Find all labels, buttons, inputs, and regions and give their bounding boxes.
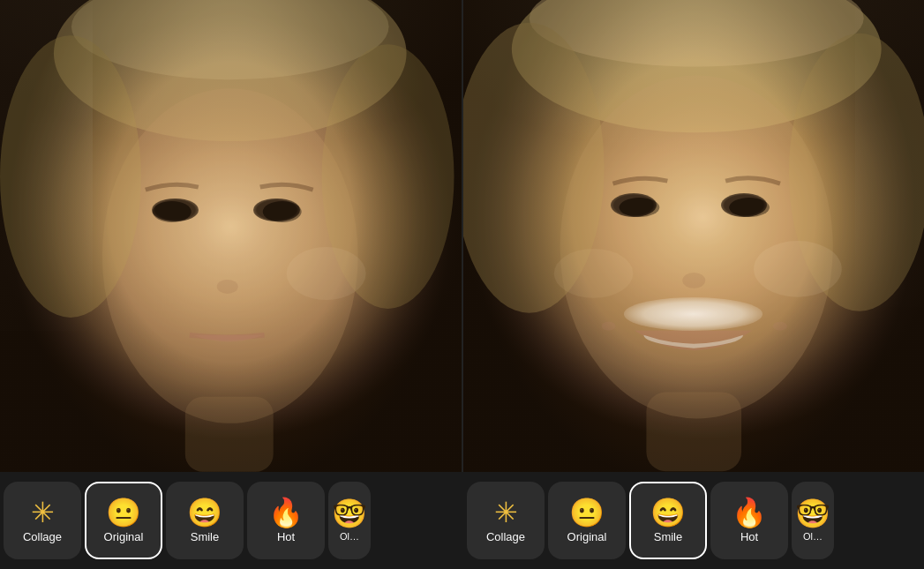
svg-point-17 xyxy=(729,198,770,217)
svg-point-9 xyxy=(287,247,366,300)
hot-right-button[interactable]: 🔥 Hot xyxy=(710,482,788,559)
smile-left-icon: 😄 xyxy=(187,498,222,527)
toolbar-right-section: ✳ Collage 😐 Original 😄 Smile 🔥 Hot 🤓 Ol… xyxy=(463,472,924,569)
toolbar-left-section: ✳ Collage 😐 Original 😄 Smile 🔥 Hot 🤓 Ol… xyxy=(0,472,461,569)
hot-left-icon: 🔥 xyxy=(268,498,304,527)
svg-point-22 xyxy=(553,249,633,298)
old-left-icon: 🤓 xyxy=(332,499,367,528)
svg-point-19 xyxy=(601,322,615,331)
svg-point-7 xyxy=(263,201,302,222)
old-left-button[interactable]: 🤓 Ol… xyxy=(328,482,371,559)
collage-right-button[interactable]: ✳ Collage xyxy=(467,482,545,559)
smile-right-button[interactable]: 😄 Smile xyxy=(629,482,707,559)
smile-left-label: Smile xyxy=(191,530,220,543)
old-right-button[interactable]: 🤓 Ol… xyxy=(792,482,834,559)
left-image-panel xyxy=(0,0,462,472)
svg-point-20 xyxy=(772,322,786,331)
svg-point-6 xyxy=(153,201,192,222)
smile-left-button[interactable]: 😄 Smile xyxy=(166,482,244,559)
original-left-label: Original xyxy=(104,530,144,543)
svg-point-18 xyxy=(682,273,705,288)
right-image-panel xyxy=(462,0,925,472)
images-area xyxy=(0,0,924,472)
collage-left-icon: ✳ xyxy=(31,498,55,527)
left-face-image xyxy=(0,0,462,472)
old-left-label: Ol… xyxy=(340,531,359,542)
collage-left-button[interactable]: ✳ Collage xyxy=(4,482,81,559)
svg-point-16 xyxy=(619,198,659,217)
collage-left-label: Collage xyxy=(23,530,62,543)
hot-right-icon: 🔥 xyxy=(732,498,767,527)
svg-rect-5 xyxy=(185,397,274,472)
hot-right-label: Hot xyxy=(740,530,758,543)
right-face-svg xyxy=(463,0,925,472)
smile-right-label: Smile xyxy=(654,530,683,543)
hot-left-label: Hot xyxy=(277,530,295,543)
collage-right-icon: ✳ xyxy=(494,498,518,527)
original-right-icon: 😐 xyxy=(569,498,605,527)
original-right-button[interactable]: 😐 Original xyxy=(548,482,626,559)
app-container: ✳ Collage 😐 Original 😄 Smile 🔥 Hot 🤓 Ol… xyxy=(0,0,924,569)
collage-right-label: Collage xyxy=(486,530,525,543)
right-face-image xyxy=(463,0,925,472)
original-left-icon: 😐 xyxy=(106,498,141,527)
left-face-svg xyxy=(0,0,462,472)
original-right-label: Original xyxy=(567,530,607,543)
svg-point-8 xyxy=(217,280,238,294)
toolbar: ✳ Collage 😐 Original 😄 Smile 🔥 Hot 🤓 Ol… xyxy=(0,472,924,569)
original-left-button[interactable]: 😐 Original xyxy=(85,482,162,559)
old-right-label: Ol… xyxy=(803,531,823,542)
svg-point-3 xyxy=(0,35,141,318)
svg-point-21 xyxy=(754,241,842,297)
hot-left-button[interactable]: 🔥 Hot xyxy=(247,482,325,559)
old-right-icon: 🤓 xyxy=(795,499,830,528)
svg-rect-15 xyxy=(646,392,741,471)
smile-right-icon: 😄 xyxy=(650,498,686,527)
